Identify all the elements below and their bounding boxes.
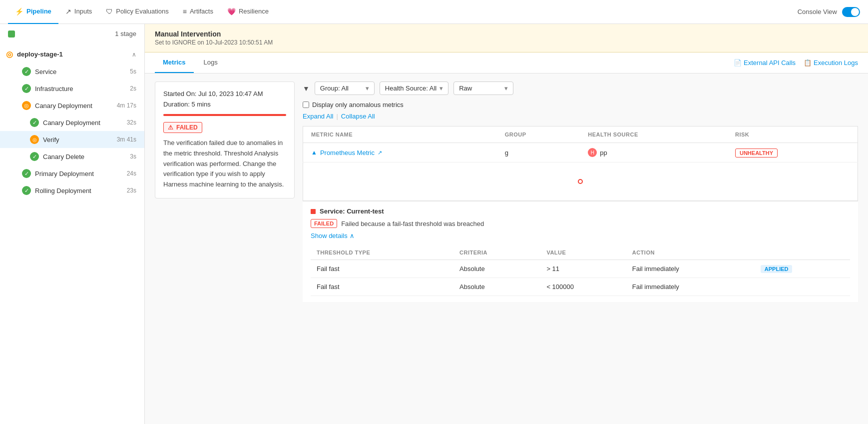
step-canary-deployment-child[interactable]: ✓ Canary Deployment 32s (0, 114, 144, 131)
tab-metrics[interactable]: Metrics (155, 52, 194, 73)
threshold-action-1: Fail immediately (626, 260, 755, 278)
threshold-applied-2 (755, 278, 850, 296)
col-criteria: CRITERIA (453, 246, 540, 260)
duration-label: Duration: (163, 100, 190, 108)
failed-status-badge: ⚠ FAILED (163, 122, 202, 133)
col-threshold-type: THRESHOLD TYPE (311, 246, 453, 260)
metric-name-label: Prometheus Metric (320, 149, 375, 156)
service-section: Service: Current-test FAILED Failed beca… (303, 201, 858, 302)
step-service-duration: 5s (130, 68, 136, 75)
threshold-value-1: > 11 (540, 260, 626, 278)
col-action: ACTION (626, 246, 755, 260)
collapse-all-button[interactable]: Collapse All (341, 112, 375, 120)
threshold-row-2: Fail fast Absolute < 100000 Fail immedia… (311, 278, 850, 296)
applied-badge: APPLIED (761, 265, 793, 273)
info-panel: Started On: Jul 10, 2023 10:47 AM Durati… (155, 82, 295, 198)
stage-header: 1 stage (0, 24, 144, 44)
col-value: VALUE (540, 246, 626, 260)
threshold-applied-1: APPLIED (755, 260, 850, 278)
group-filter[interactable]: Group: All ▾ (315, 82, 375, 95)
chart-dot (578, 179, 583, 184)
unhealthy-badge: UNHEALTHY (735, 148, 778, 158)
chart-row (303, 162, 858, 201)
started-on-row: Started On: Jul 10, 2023 10:47 AM (163, 90, 286, 98)
started-value: Jul 10, 2023 10:47 AM (198, 90, 263, 98)
step-infrastructure[interactable]: ✓ Infrastructure 2s (0, 80, 144, 97)
nav-resilience[interactable]: 💗 Resilience (220, 0, 276, 24)
filter-bar: ▼ Group: All ▾ Health Source: All ▾ Raw … (303, 82, 858, 95)
threshold-table: THRESHOLD TYPE CRITERIA VALUE ACTION Fai… (311, 246, 850, 296)
threshold-type-2: Fail fast (311, 278, 453, 296)
execution-logs-button[interactable]: 📋 Execution Logs (804, 59, 858, 66)
group-filter-chevron: ▾ (366, 84, 369, 92)
metric-health-cell: H pp (580, 143, 727, 162)
nav-pipeline[interactable]: ⚡ Pipeline (8, 0, 58, 24)
console-view-toggle[interactable] (842, 7, 860, 17)
nav-policy-evaluations[interactable]: 🛡 Policy Evaluations (99, 0, 176, 24)
step-verify-duration: 3m 41s (117, 136, 136, 143)
metrics-right-panel: ▼ Group: All ▾ Health Source: All ▾ Raw … (303, 82, 858, 302)
threshold-type-1: Fail fast (311, 260, 453, 278)
anomaly-checkbox-input[interactable] (303, 102, 309, 108)
intervention-subtitle: Set to IGNORE on 10-Jul-2023 10:50:51 AM (155, 39, 858, 46)
step-canary-delete[interactable]: ✓ Canary Delete 3s (0, 148, 144, 165)
stage-dot (8, 30, 15, 38)
threshold-action-2: Fail immediately (626, 278, 755, 296)
warning-icon: ⚠ (168, 124, 173, 131)
service-dot (311, 209, 316, 214)
external-link-icon[interactable]: ↗ (378, 150, 382, 156)
metric-expand-icon: ▲ (311, 149, 317, 156)
step-verify[interactable]: ◎ Verify 3m 41s (0, 131, 144, 148)
step-rolling-duration: 23s (127, 187, 136, 194)
top-navigation: ⚡ Pipeline ↗ Inputs 🛡 Policy Evaluations… (0, 0, 868, 24)
raw-filter-chevron: ▾ (504, 84, 508, 92)
metrics-table-body: ▲ Prometheus Metric ↗ g (303, 143, 858, 201)
health-source-filter[interactable]: Health Source: All ▾ (380, 82, 448, 95)
filter-icon: ▼ (303, 84, 310, 92)
step-primary-duration: 24s (127, 170, 136, 177)
console-view-label: Console View (798, 8, 837, 16)
show-details-button[interactable]: Show details ∧ (311, 232, 850, 240)
expand-all-button[interactable]: Expand All (303, 112, 333, 120)
tab-logs[interactable]: Logs (196, 52, 226, 73)
show-details-chevron-icon: ∧ (350, 232, 355, 240)
duration-row: Duration: 5 mins (163, 100, 286, 108)
step-primary-label: Primary Deployment (35, 170, 94, 178)
service-message: Failed because a fail-fast threshold was… (341, 220, 484, 228)
threshold-table-header: THRESHOLD TYPE CRITERIA VALUE ACTION (311, 246, 850, 260)
intervention-title: Manual Intervention (155, 30, 858, 38)
stage-group-header[interactable]: ◎ deploy-stage-1 ∧ (0, 46, 144, 63)
health-source-chevron: ▾ (439, 84, 443, 92)
step-canary-group-status: ◎ (22, 101, 31, 110)
step-rolling-deployment[interactable]: ✓ Rolling Deployment 23s (0, 182, 144, 199)
anomaly-checkbox-label: Display only anomalous metrics (312, 101, 404, 108)
external-api-icon: 📄 (734, 59, 742, 66)
content-area: Manual Intervention Set to IGNORE on 10-… (145, 24, 868, 424)
prometheus-metric-cell[interactable]: ▲ Prometheus Metric ↗ (311, 149, 489, 156)
step-canary-delete-status: ✓ (30, 152, 39, 161)
step-canary-delete-duration: 3s (130, 153, 136, 160)
stage-name-label: deploy-stage-1 (17, 50, 63, 58)
nav-artifacts[interactable]: ≡ Artifacts (176, 0, 220, 24)
step-rolling-status: ✓ (22, 186, 31, 195)
table-row: ▲ Prometheus Metric ↗ g (303, 143, 858, 162)
service-header: Service: Current-test (311, 208, 850, 215)
pipeline-icon: ⚡ (15, 8, 23, 16)
step-primary-deployment[interactable]: ✓ Primary Deployment 24s (0, 165, 144, 182)
step-verify-label: Verify (43, 136, 59, 144)
step-canary-group-duration: 4m 17s (117, 102, 136, 109)
nav-inputs[interactable]: ↗ Inputs (58, 0, 99, 24)
raw-filter[interactable]: Raw ▾ (453, 82, 513, 95)
progress-fill (163, 114, 286, 116)
metrics-two-col: Started On: Jul 10, 2023 10:47 AM Durati… (155, 82, 858, 302)
metrics-table-header: METRIC NAME GROUP HEALTH SOURCE RISK (303, 126, 858, 143)
col-health-source: HEALTH SOURCE (580, 126, 727, 143)
metric-name-cell: ▲ Prometheus Metric ↗ (303, 143, 497, 162)
started-label: Started On: (163, 90, 196, 98)
execution-logs-icon: 📋 (804, 59, 812, 66)
step-canary-deployment-group[interactable]: ◎ Canary Deployment 4m 17s (0, 97, 144, 114)
external-api-calls-button[interactable]: 📄 External API Calls (734, 59, 796, 66)
step-service[interactable]: ✓ Service 5s (0, 63, 144, 80)
step-primary-status: ✓ (22, 169, 31, 178)
metrics-content: Started On: Jul 10, 2023 10:47 AM Durati… (145, 74, 868, 310)
